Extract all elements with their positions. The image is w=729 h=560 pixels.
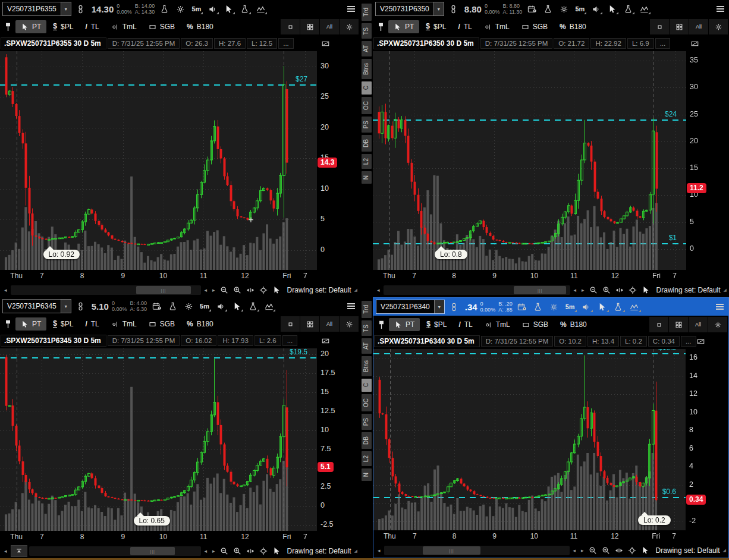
- drawing-set-label[interactable]: Drawing set: Default: [656, 286, 721, 294]
- toolbar-gear-icon[interactable]: [708, 317, 727, 332]
- dollar-pl-button[interactable]: $$PL: [48, 20, 78, 33]
- sidebar-tab-trd[interactable]: Trd: [362, 4, 372, 21]
- cursor-tool-icon[interactable]: [222, 2, 235, 15]
- zoom-out-icon[interactable]: [219, 286, 230, 294]
- scrollbar-thumb[interactable]: |||: [514, 286, 566, 294]
- scroll-left-icon[interactable]: ◂: [2, 287, 9, 293]
- menu-icon[interactable]: [344, 300, 357, 313]
- timeline-button[interactable]: TmL: [479, 318, 516, 331]
- toolbar-gear-icon[interactable]: [339, 19, 359, 34]
- strategy-flask-icon[interactable]: [246, 300, 259, 313]
- symbol-dropdown[interactable]: V250731P6355 ▼: [2, 2, 71, 16]
- sidebar-tab-at[interactable]: AT: [362, 338, 372, 354]
- link-icon[interactable]: [74, 300, 87, 313]
- zoom-in-icon[interactable]: [601, 286, 612, 294]
- scrollbar-thumb[interactable]: |||: [423, 546, 480, 555]
- drawings-chart-icon[interactable]: [637, 2, 651, 15]
- trendline-button[interactable]: /TL: [80, 317, 104, 331]
- studies-flask-icon[interactable]: [158, 2, 171, 15]
- sidebar-tab-ts[interactable]: TS: [362, 23, 372, 39]
- sidebar-tab-l2[interactable]: L2: [362, 451, 372, 466]
- step-left-icon[interactable]: ◂: [572, 287, 579, 293]
- sidebar-tab-oc[interactable]: OC: [362, 394, 372, 411]
- step-left-icon[interactable]: ◂: [571, 548, 578, 553]
- grid-layout-icon[interactable]: [300, 19, 319, 34]
- chevron-down-icon[interactable]: ▼: [61, 2, 71, 15]
- sidebar-tab-ps[interactable]: PS: [362, 414, 372, 430]
- sidebar-tab-oc[interactable]: OC: [362, 97, 372, 114]
- timeline-button[interactable]: TmL: [479, 20, 515, 33]
- zoom-out-icon[interactable]: [588, 286, 599, 294]
- price-axis[interactable]: 1614121086420-20.34: [686, 349, 728, 530]
- strategy-flask-icon[interactable]: [621, 2, 634, 15]
- time-axis[interactable]: Thu789101112Fri7: [373, 530, 728, 543]
- grid-layout-icon[interactable]: [668, 317, 688, 332]
- menu-icon[interactable]: [344, 2, 357, 15]
- drawing-set-label[interactable]: Drawing set: Default: [287, 547, 351, 555]
- all-panels-icon[interactable]: All: [319, 19, 339, 34]
- dollar-pl-button[interactable]: $$PL: [48, 317, 78, 331]
- interval-dropdown[interactable]: 5m: [573, 2, 586, 15]
- chevron-down-icon[interactable]: ▼: [433, 2, 444, 15]
- sgb-button[interactable]: SGB: [143, 20, 180, 33]
- pointer-tool-button[interactable]: PT: [15, 317, 46, 331]
- chart-canvas[interactable]: [0, 348, 317, 531]
- scroll-left-icon[interactable]: ◂: [375, 287, 382, 293]
- sidebar-tab-db[interactable]: DB: [362, 432, 372, 449]
- pin-icon[interactable]: [1, 317, 14, 331]
- crosshair-target-icon[interactable]: [258, 286, 269, 294]
- sidebar-tab-db[interactable]: DB: [362, 135, 372, 152]
- collapse-panel-button[interactable]: [11, 545, 27, 557]
- link-icon[interactable]: [447, 2, 460, 15]
- b180-button[interactable]: %B180: [555, 318, 592, 331]
- interval-dropdown[interactable]: 5m: [190, 2, 203, 15]
- pin-icon[interactable]: [374, 20, 387, 33]
- settings-gear-icon[interactable]: [548, 300, 561, 313]
- zoom-in-icon[interactable]: [232, 286, 243, 294]
- sidebar-tab-at[interactable]: AT: [362, 41, 372, 56]
- drawings-chart-icon[interactable]: [628, 300, 641, 313]
- pointer-icon[interactable]: [271, 286, 282, 294]
- sidebar-tab-n[interactable]: N: [362, 171, 372, 184]
- chart-canvas[interactable]: [373, 349, 686, 530]
- pointer-icon[interactable]: [640, 546, 651, 555]
- pin-icon[interactable]: [375, 318, 388, 331]
- settings-gear-icon[interactable]: [557, 2, 570, 15]
- drawings-chart-icon[interactable]: [254, 2, 267, 15]
- b180-button[interactable]: %B180: [181, 317, 219, 331]
- sidebar-tab-l2[interactable]: L2: [362, 154, 372, 169]
- alerts-sound-icon[interactable]: [589, 2, 602, 15]
- chart-style-icon[interactable]: [696, 334, 705, 349]
- scrollbar-thumb[interactable]: |||: [130, 547, 175, 555]
- all-panels-icon[interactable]: All: [688, 317, 708, 332]
- all-panels-icon[interactable]: All: [319, 316, 339, 332]
- scroll-left-icon[interactable]: ◂: [2, 548, 9, 554]
- horizontal-stretch-icon[interactable]: [614, 286, 626, 294]
- maximize-icon[interactable]: [280, 316, 300, 332]
- alerts-sound-icon[interactable]: [580, 300, 593, 313]
- b180-button[interactable]: %B180: [181, 20, 219, 33]
- price-plot[interactable]: $16.5$0.6Lo: 0.2: [373, 349, 686, 530]
- drawing-set-label[interactable]: Drawing set: Default: [287, 286, 351, 294]
- maximize-icon[interactable]: [280, 19, 300, 34]
- crosshair-target-icon[interactable]: [258, 547, 269, 555]
- toolbar-gear-icon[interactable]: [708, 19, 728, 34]
- pointer-tool-button[interactable]: PT: [388, 20, 419, 33]
- alerts-sound-icon[interactable]: [206, 2, 219, 15]
- link-icon[interactable]: [448, 300, 461, 313]
- zoom-in-icon[interactable]: [601, 546, 612, 555]
- scrollbar-track[interactable]: |||: [384, 285, 570, 295]
- all-panels-icon[interactable]: All: [689, 19, 708, 34]
- maximize-icon[interactable]: [649, 19, 669, 34]
- studies-flask-icon[interactable]: [166, 300, 179, 313]
- step-right-icon[interactable]: ▸: [580, 287, 586, 293]
- horizontal-stretch-icon[interactable]: [614, 546, 625, 555]
- sidebar-tab-ps[interactable]: PS: [362, 117, 372, 133]
- sidebar-tab-c[interactable]: C: [362, 81, 372, 94]
- link-icon[interactable]: [74, 2, 87, 15]
- trendline-button[interactable]: /TL: [80, 20, 104, 33]
- chevron-down-icon[interactable]: ▼: [61, 300, 71, 313]
- scrollbar-track[interactable]: |||: [11, 285, 201, 295]
- chart-canvas[interactable]: [0, 51, 317, 270]
- dollar-pl-button[interactable]: $$PL: [421, 318, 452, 331]
